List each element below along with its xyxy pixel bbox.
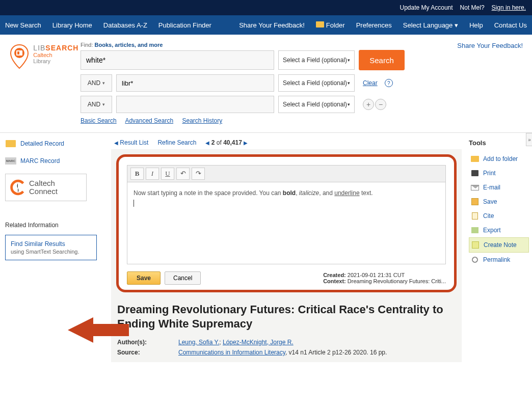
- save-icon: [471, 198, 478, 205]
- nav-language[interactable]: Select Language ▾: [403, 21, 458, 29]
- feedback-link-side[interactable]: Share Your Feedback!: [457, 42, 523, 49]
- help-icon[interactable]: ?: [385, 79, 393, 87]
- result-pager: ◀ Result List Refine Search ◀ 2 of 40,41…: [114, 139, 462, 146]
- next-result-arrow[interactable]: ▶: [244, 140, 248, 146]
- related-info-heading: Related Information: [5, 222, 102, 229]
- search-mode-links: Basic Search Advanced Search Search Hist…: [81, 117, 523, 124]
- field-select-3[interactable]: Select a Field (optional): [278, 96, 355, 113]
- cancel-note-button[interactable]: Cancel: [165, 271, 201, 285]
- folder-icon: [6, 140, 16, 147]
- tools-heading: Tools: [469, 139, 529, 147]
- svg-marker-3: [68, 317, 129, 343]
- marc-record-link[interactable]: MARC MARC Record: [5, 156, 102, 166]
- editor-toolbar: B I U ↶ ↷: [127, 166, 445, 182]
- folder-icon: [316, 21, 324, 28]
- italic-button[interactable]: I: [146, 168, 159, 180]
- find-similar-box[interactable]: Find Similar Results using SmartText Sea…: [5, 235, 97, 260]
- caltech-connect-icon: [10, 179, 26, 196]
- bold-button[interactable]: B: [130, 168, 144, 180]
- redo-button[interactable]: ↷: [192, 168, 205, 180]
- remove-row-button[interactable]: −: [375, 99, 386, 110]
- print-icon: [471, 170, 478, 176]
- folder-add-icon: [471, 156, 479, 162]
- result-position: ◀ 2 of 40,417 ▶: [205, 139, 248, 146]
- tool-email[interactable]: E-mail: [469, 180, 529, 195]
- field-select-2[interactable]: Select a Field (optional): [278, 74, 355, 92]
- cite-icon: [472, 212, 478, 220]
- find-similar-link[interactable]: Find Similar Results: [11, 240, 65, 248]
- libsearch-logo[interactable]: LIBSEARCH Caltech Library: [9, 42, 81, 124]
- search-input-2[interactable]: [116, 74, 274, 92]
- not-me-link[interactable]: Not Mel?: [460, 4, 485, 11]
- source-link[interactable]: Communications in Information Literacy: [178, 349, 285, 356]
- email-icon: [471, 185, 479, 190]
- tools-panel: » Tools Add to folder Print E-mail Save …: [466, 133, 532, 362]
- note-textarea[interactable]: Now start typing a note in the space pro…: [127, 182, 445, 264]
- search-input-1[interactable]: [81, 50, 274, 70]
- nav-publication-finder[interactable]: Publication Finder: [158, 21, 211, 29]
- find-similar-sub: using SmartText Searching.: [11, 249, 91, 255]
- note-metadata: Created: 2021-09-01 21:31 CUT Context: D…: [323, 272, 446, 284]
- advanced-search-link[interactable]: Advanced Search: [125, 117, 173, 124]
- tool-cite[interactable]: Cite: [469, 209, 529, 223]
- account-bar: Update My Account Not Mel? Sign in here.: [0, 0, 532, 15]
- tool-print[interactable]: Print: [469, 166, 529, 180]
- record-container: B I U ↶ ↷ Now start typing a note in the…: [111, 149, 462, 362]
- find-label: Find: Books, articles, and more: [81, 42, 523, 48]
- sign-in-link[interactable]: Sign in here.: [492, 4, 526, 11]
- svg-rect-2: [17, 51, 19, 54]
- refine-search-link[interactable]: Refine Search: [157, 139, 196, 146]
- nav-databases[interactable]: Databases A-Z: [103, 21, 147, 29]
- update-account-link[interactable]: Update My Account: [400, 4, 453, 11]
- export-icon: [471, 227, 478, 233]
- boolean-select-1[interactable]: AND: [81, 74, 112, 92]
- text-cursor: [134, 200, 134, 207]
- caltech-connect-button[interactable]: CaltechConnect: [5, 174, 87, 201]
- nav-library-home[interactable]: Library Home: [52, 21, 92, 29]
- author-link-2[interactable]: López-McKnight, Jorge R.: [223, 339, 294, 346]
- expand-tools-tab[interactable]: »: [526, 133, 532, 146]
- tool-add-folder[interactable]: Add to folder: [469, 152, 529, 166]
- note-icon: [472, 241, 479, 249]
- note-editor: B I U ↶ ↷ Now start typing a note in the…: [127, 165, 446, 264]
- main-panel: ◀ Result List Refine Search ◀ 2 of 40,41…: [107, 133, 466, 362]
- search-button[interactable]: Search: [359, 50, 405, 70]
- nav-contact[interactable]: Contact Us: [494, 21, 527, 29]
- prev-result-arrow[interactable]: ◀: [205, 140, 209, 146]
- underline-button[interactable]: U: [161, 168, 174, 180]
- authors-value: Leung, Sofia Y.; López-McKnight, Jorge R…: [178, 339, 456, 346]
- search-history-link[interactable]: Search History: [182, 117, 222, 124]
- tool-permalink[interactable]: Permalink: [469, 253, 529, 267]
- tool-save[interactable]: Save: [469, 195, 529, 209]
- nav-folder[interactable]: Folder: [316, 21, 345, 29]
- save-note-button[interactable]: Save: [127, 271, 161, 285]
- tool-export[interactable]: Export: [469, 223, 529, 237]
- add-row-button[interactable]: +: [363, 99, 374, 110]
- result-list-link[interactable]: Result List: [120, 139, 148, 146]
- source-label: Source:: [117, 349, 178, 356]
- basic-search-link[interactable]: Basic Search: [81, 117, 117, 124]
- clear-link[interactable]: Clear: [363, 79, 378, 87]
- main-nav: New Search Library Home Databases A-Z Pu…: [0, 15, 532, 35]
- nav-preferences[interactable]: Preferences: [356, 21, 392, 29]
- tool-create-note[interactable]: Create Note: [469, 237, 529, 253]
- source-value: Communications in Information Literacy, …: [178, 349, 456, 356]
- undo-button[interactable]: ↶: [176, 168, 190, 180]
- boolean-select-2[interactable]: AND: [81, 96, 112, 113]
- record-title: Dreaming Revolutionary Futures: Critical…: [117, 303, 456, 331]
- field-select-1[interactable]: Select a Field (optional): [278, 50, 355, 70]
- nav-feedback[interactable]: Share Your Feedback!: [239, 21, 305, 29]
- detailed-record-link[interactable]: Detailed Record: [5, 139, 102, 148]
- permalink-icon: [471, 256, 480, 264]
- nav-help[interactable]: Help: [469, 21, 483, 29]
- logo-pin-icon: [9, 44, 30, 69]
- author-link-1[interactable]: Leung, Sofia Y.: [178, 339, 219, 346]
- marc-icon: MARC: [5, 157, 16, 165]
- callout-arrow-icon: [68, 315, 129, 345]
- note-editor-panel: B I U ↶ ↷ Now start typing a note in the…: [116, 154, 457, 292]
- nav-new-search[interactable]: New Search: [5, 21, 41, 29]
- search-input-3[interactable]: [116, 96, 274, 113]
- search-area: Share Your Feedback! LIBSEARCH Caltech L…: [0, 35, 532, 128]
